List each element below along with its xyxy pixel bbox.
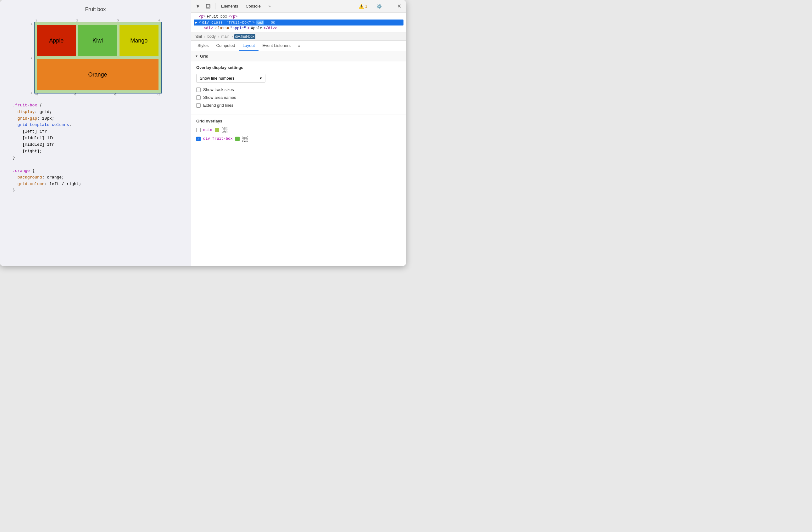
grid-section-header[interactable]: ▼ Grid <box>191 51 406 61</box>
grid-overlays-section: Grid overlays main div.fruit-box <box>191 115 406 149</box>
main-overlay-checkbox[interactable] <box>196 128 201 132</box>
dom-line-div-apple[interactable]: <div class= "apple" > Apple </div> <box>194 26 404 31</box>
dropdown-label: Show line numbers <box>200 76 235 81</box>
left-panel: Fruit box 1 2 3 4 1 2 3 -4 -3 -2 -1 -1 A… <box>0 0 191 266</box>
fruit-box-color-swatch[interactable] <box>235 137 240 141</box>
settings-icon[interactable]: ⚙️ <box>375 2 383 11</box>
code-line: grid-column: left / right; <box>13 181 178 187</box>
code-line: .orange { <box>13 168 178 174</box>
cell-kiwi: Kiwi <box>78 25 117 56</box>
code-line: [middle1] 1fr <box>13 135 178 142</box>
line-num-left-3: 3 <box>30 91 33 95</box>
tab-console[interactable]: Console <box>243 2 264 10</box>
code-line: grid-gap: 10px; <box>13 115 178 122</box>
breadcrumb-main[interactable]: main <box>220 34 231 39</box>
svg-rect-2 <box>223 128 226 131</box>
warning-icon: ⚠️ <box>359 4 364 9</box>
code-line: [middle2] 1fr <box>13 142 178 148</box>
close-icon[interactable]: ✕ <box>395 2 404 11</box>
warning-count: 1 <box>365 4 367 9</box>
code-line: background: orange; <box>13 174 178 181</box>
show-track-sizes-label: Show track sizes <box>203 87 234 92</box>
main-overlay-name: main <box>203 128 212 132</box>
line-num-left-2: 2 <box>30 56 33 59</box>
tab-more[interactable]: » <box>265 2 274 10</box>
code-selector: .fruit-box <box>13 103 37 108</box>
tabs-row: Styles Computed Layout Event Listeners » <box>191 41 406 51</box>
tab-styles[interactable]: Styles <box>194 41 212 51</box>
grid-visual: Apple Kiwi Mango Orange <box>34 22 162 94</box>
svg-rect-5 <box>243 137 247 140</box>
dom-line-p[interactable]: <p> Fruit box </p> <box>194 14 404 19</box>
breadcrumb-html[interactable]: html <box>194 34 203 39</box>
cell-mango: Mango <box>119 25 158 56</box>
overlay-row-fruit-box: div.fruit-box <box>196 136 401 142</box>
tab-computed[interactable]: Computed <box>212 41 239 51</box>
layout-content: ▼ Grid Overlay display settings Show lin… <box>191 51 406 266</box>
breadcrumb-div-fruit-box[interactable]: div.fruit-box <box>234 34 255 39</box>
breadcrumb: html › body › main › div.fruit-box <box>191 33 406 41</box>
line-numbers-dropdown[interactable]: Show line numbers ▾ <box>196 74 265 83</box>
dropdown-arrow-icon: ▾ <box>260 76 262 81</box>
grid-visual-container: 1 2 3 4 1 2 3 -4 -3 -2 -1 -1 Apple Kiwi … <box>30 17 162 96</box>
fruit-box-title: Fruit box <box>85 6 106 13</box>
cursor-icon[interactable] <box>194 2 203 11</box>
right-panel: Elements Console » ⚠️ 1 ⚙️ ⋮ ✕ <p> Fruit… <box>191 0 406 266</box>
tab-elements[interactable]: Elements <box>218 2 241 10</box>
line-num-left-1: 1 <box>31 22 33 26</box>
dom-line-div-fruit-box[interactable]: ▶ < div class= "fruit-box" > grid == $0 <box>194 19 404 26</box>
header-divider <box>215 3 215 10</box>
code-line: grid-template-columns: <box>13 122 178 128</box>
code-line: display: grid; <box>13 109 178 115</box>
more-menu-icon[interactable]: ⋮ <box>385 2 393 11</box>
grid-section-title: Grid <box>200 54 208 58</box>
cell-orange: Orange <box>37 59 159 90</box>
grid-overlays-title: Grid overlays <box>196 119 401 123</box>
overlay-section: Overlay display settings Show line numbe… <box>191 61 406 115</box>
dom-tree: <p> Fruit box </p> ▶ < div class= "fruit… <box>191 13 406 33</box>
main-color-swatch[interactable] <box>215 128 219 132</box>
extend-grid-lines-checkbox[interactable] <box>196 103 201 108</box>
warning-badge[interactable]: ⚠️ 1 <box>357 3 369 10</box>
fruit-box-overlay-name: div.fruit-box <box>203 137 233 141</box>
breadcrumb-body[interactable]: body <box>207 34 217 39</box>
inspect-icon[interactable] <box>204 2 213 11</box>
show-area-names-checkbox[interactable] <box>196 95 201 100</box>
dropdown-container: Show line numbers ▾ <box>196 74 401 83</box>
extend-grid-lines-label: Extend grid lines <box>203 103 233 108</box>
tab-layout[interactable]: Layout <box>239 41 259 51</box>
show-track-sizes-checkbox[interactable] <box>196 87 201 92</box>
code-line: } <box>13 187 178 194</box>
fruit-box-grid-icon[interactable] <box>242 136 248 142</box>
triangle-icon: ▼ <box>195 54 198 58</box>
cell-apple: Apple <box>37 25 76 56</box>
show-area-names-label: Show area names <box>203 95 236 100</box>
code-line: .fruit-box { <box>13 102 178 109</box>
overlay-row-main: main <box>196 127 401 133</box>
code-line: [right]; <box>13 148 178 155</box>
checkbox-show-track-sizes: Show track sizes <box>196 87 401 92</box>
checkbox-extend-grid-lines: Extend grid lines <box>196 103 401 108</box>
tab-more-panels[interactable]: » <box>294 41 304 51</box>
overlay-display-title: Overlay display settings <box>196 65 401 70</box>
code-section: .fruit-box { display: grid; grid-gap: 10… <box>6 102 185 194</box>
code-line: } <box>13 155 178 161</box>
fruit-box-overlay-checkbox[interactable] <box>196 137 201 141</box>
checkbox-show-area-names: Show area names <box>196 95 401 100</box>
tab-event-listeners[interactable]: Event Listeners <box>259 41 294 51</box>
main-grid-icon[interactable] <box>222 127 227 133</box>
devtools-header: Elements Console » ⚠️ 1 ⚙️ ⋮ ✕ <box>191 0 406 13</box>
svg-rect-1 <box>207 5 209 8</box>
code-line: [left] 1fr <box>13 128 178 135</box>
